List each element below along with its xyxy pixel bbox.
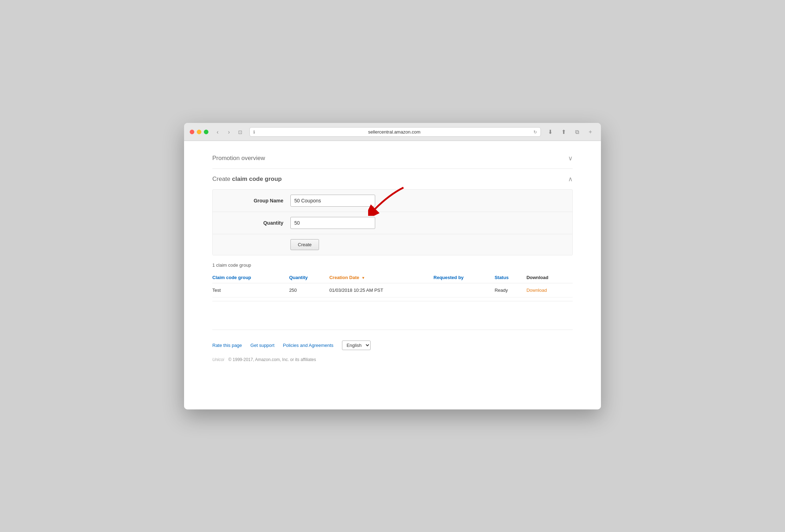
- add-tab-icon[interactable]: ＋: [585, 127, 595, 137]
- lock-icon: ℹ: [253, 130, 255, 135]
- tab-view-button[interactable]: ⊡: [235, 127, 245, 137]
- footer-logo: Unicoi: [212, 357, 224, 362]
- rate-page-link[interactable]: Rate this page: [212, 343, 242, 348]
- table-count: 1 claim code group: [212, 262, 573, 268]
- share-icon[interactable]: ⬆: [559, 127, 568, 137]
- td-requested-by: [433, 283, 495, 297]
- page-content: Promotion overview ∨ Create claim code g…: [184, 141, 601, 409]
- policies-link[interactable]: Policies and Agreements: [283, 343, 334, 348]
- group-name-row: Group Name: [213, 190, 572, 212]
- forward-button[interactable]: ›: [224, 127, 234, 137]
- table-section: 1 claim code group Claim code group Quan…: [212, 262, 573, 297]
- minimize-button[interactable]: [197, 130, 201, 134]
- page-footer: Rate this page Get support Policies and …: [212, 330, 573, 369]
- td-download[interactable]: Download: [526, 283, 573, 297]
- promotion-overview-section[interactable]: Promotion overview ∨: [212, 148, 573, 169]
- back-button[interactable]: ‹: [213, 127, 223, 137]
- td-status: Ready: [495, 283, 526, 297]
- create-button[interactable]: Create: [290, 239, 319, 250]
- quantity-row: Quantity: [213, 212, 572, 234]
- create-section-title: Create claim code group: [212, 176, 282, 183]
- group-name-label: Group Name: [220, 198, 290, 203]
- maximize-button[interactable]: [204, 130, 208, 134]
- quantity-label: Quantity: [220, 220, 290, 226]
- create-section-header[interactable]: Create claim code group ∧: [212, 169, 573, 189]
- download-icon[interactable]: ⬇: [545, 127, 555, 137]
- create-section: Create claim code group ∧ Group Name: [212, 169, 573, 301]
- td-quantity: 250: [289, 283, 329, 297]
- th-claim-code-group[interactable]: Claim code group: [212, 272, 289, 283]
- th-requested-by[interactable]: Requested by: [433, 272, 495, 283]
- copyright-text: © 1999-2017, Amazon.com, Inc. or its aff…: [228, 357, 316, 362]
- th-creation-date[interactable]: Creation Date ▼: [329, 272, 433, 283]
- browser-actions: ⬇ ⬆ ⧉ ＋: [545, 127, 595, 137]
- promotion-overview-toggle-icon: ∨: [568, 154, 573, 162]
- table-row: Test 250 01/03/2018 10:25 AM PST Ready D…: [212, 283, 573, 297]
- th-quantity[interactable]: Quantity: [289, 272, 329, 283]
- footer-copyright: Unicoi © 1999-2017, Amazon.com, Inc. or …: [212, 357, 573, 362]
- footer-links: Rate this page Get support Policies and …: [212, 341, 573, 350]
- create-section-toggle-icon: ∧: [568, 175, 573, 183]
- td-creation-date: 01/03/2018 10:25 AM PST: [329, 283, 433, 297]
- table-header-row: Claim code group Quantity Creation Date …: [212, 272, 573, 283]
- browser-titlebar: ‹ › ⊡ ℹ sellercentral.amazon.com ↻ ⬇ ⬆ ⧉…: [184, 123, 601, 141]
- th-status[interactable]: Status: [495, 272, 526, 283]
- create-form: Group Name: [212, 189, 573, 255]
- browser-window: ‹ › ⊡ ℹ sellercentral.amazon.com ↻ ⬇ ⬆ ⧉…: [184, 123, 601, 409]
- address-bar[interactable]: ℹ sellercentral.amazon.com ↻: [249, 127, 541, 137]
- form-action-row: Create: [213, 234, 572, 255]
- claim-codes-table: Claim code group Quantity Creation Date …: [212, 272, 573, 297]
- th-download: Download: [526, 272, 573, 283]
- url-text: sellercentral.amazon.com: [257, 129, 531, 135]
- sort-arrow-icon: ▼: [361, 276, 365, 280]
- group-name-input-wrapper: [290, 195, 375, 207]
- get-support-link[interactable]: Get support: [250, 343, 275, 348]
- quantity-input[interactable]: [290, 217, 375, 229]
- traffic-lights: [190, 130, 208, 134]
- promotion-overview-title: Promotion overview: [212, 155, 265, 162]
- close-button[interactable]: [190, 130, 194, 134]
- td-claim-code-group: Test: [212, 283, 289, 297]
- new-tab-icon[interactable]: ⧉: [572, 127, 582, 137]
- nav-buttons: ‹ › ⊡: [213, 127, 245, 137]
- refresh-icon: ↻: [533, 130, 537, 135]
- download-link[interactable]: Download: [526, 288, 547, 293]
- language-selector[interactable]: English: [342, 341, 371, 350]
- group-name-input[interactable]: [290, 195, 375, 207]
